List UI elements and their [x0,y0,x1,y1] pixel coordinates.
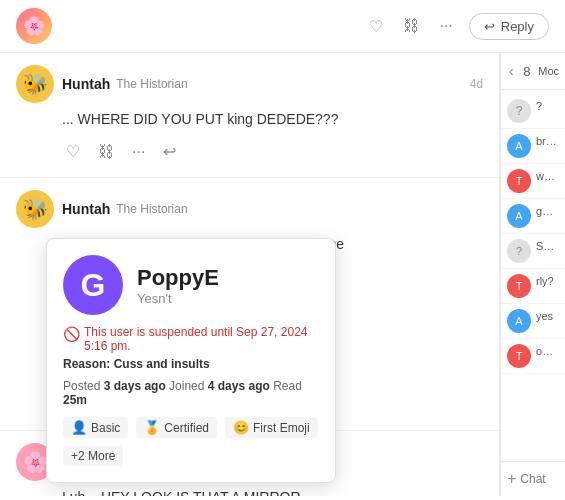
sidebar-count: 8 [523,64,530,79]
sidebar-text-2: what [536,169,559,184]
sidebar-msg-7: T oh ok [501,339,565,374]
sidebar-text-0: ? [536,99,542,114]
sidebar-text-1: bruh d [536,134,559,149]
sidebar-collapse-button[interactable]: ‹ [507,61,516,81]
sidebar-avatar-7: T [507,344,531,368]
sidebar-text-6: yes [536,309,553,324]
sidebar-msg-3: A gd = g [501,199,565,234]
user-title-huntah: The Historian [116,77,187,91]
post-content-1: ... WHERE DID YOU PUT king DEDEDE??? [62,109,483,130]
reply-btn-1[interactable]: ↩ [159,138,180,165]
sidebar-avatar-1: A [507,134,531,158]
suspended-notice: 🚫 This user is suspended until Sep 27, 2… [63,325,319,353]
reply-button[interactable]: ↩ Reply [469,13,549,40]
badge-first-emoji: 😊 First Emoji [225,417,318,438]
sidebar-msg-6: A yes [501,304,565,339]
emoji-icon: 😊 [233,420,249,435]
post-huntah-1: 🐝 Huntah The Historian 4d ... WHERE DID … [0,53,499,178]
top-bar-actions: ♡ ⛓ ··· ↩ Reply [365,13,549,40]
more-icon-btn[interactable]: ··· [435,13,456,39]
post-time-1: 4d [470,77,483,91]
avatar-huntah-2[interactable]: 🐝 [16,190,54,228]
link-icon: ⛓ [403,17,419,35]
basic-icon: 👤 [71,420,87,435]
popup-avatar: G [63,255,123,315]
sidebar-avatar-5: T [507,274,531,298]
main-area: 🐝 Huntah The Historian 4d ... WHERE DID … [0,53,565,496]
popup-name-section: PoppyE Yesn't [137,265,219,306]
heart-btn-1[interactable]: ♡ [62,138,84,165]
badges-row: 👤 Basic 🏅 Certified 😊 First Emoji +2 Mor… [63,417,319,466]
popup-username: PoppyE [137,265,219,291]
chat-label: Chat [520,472,545,486]
sidebar-msg-1: A bruh d [501,129,565,164]
reply-icon: ↩ [484,19,495,34]
user-info-huntah-2: Huntah The Historian [62,201,483,217]
user-popup-card: G PoppyE Yesn't 🚫 This user is suspended… [46,238,336,483]
sidebar-avatar-4: ? [507,239,531,263]
sidebar-text-3: gd = g [536,204,559,219]
sidebar-avatar-0: ? [507,99,531,123]
sidebar-header: ‹ 8 Moc [501,53,565,90]
chat-button[interactable]: + [507,470,516,488]
top-bar: 🌸 ♡ ⛓ ··· ↩ Reply [0,0,565,53]
link-icon-btn[interactable]: ⛓ [399,13,423,39]
sidebar-msg-5: T rly? [501,269,565,304]
username-huntah: Huntah [62,76,110,92]
badge-certified: 🏅 Certified [136,417,217,438]
heart-icon-btn[interactable]: ♡ [365,13,387,40]
sidebar-footer: + Chat [501,461,565,496]
sidebar-text-7: oh ok [536,344,559,359]
user-info-huntah: Huntah The Historian [62,76,462,92]
right-sidebar: ‹ 8 Moc ? ? A bruh d T what A gd = g ? [500,53,565,496]
certified-icon: 🏅 [144,420,160,435]
badge-basic: 👤 Basic [63,417,128,438]
user-title-huntah-2: The Historian [116,202,187,216]
posts-column: 🐝 Huntah The Historian 4d ... WHERE DID … [0,53,500,496]
post-header-2: 🐝 Huntah The Historian [16,190,483,228]
post-huntah-2: 🐝 Huntah The Historian still think @Popp… [0,178,499,431]
sidebar-avatar-3: A [507,204,531,228]
sidebar-msg-0: ? ? [501,94,565,129]
sidebar-msg-4: ? SUS a [501,234,565,269]
more-icon: ··· [439,17,452,35]
top-bar-left: 🌸 [16,8,52,44]
heart-icon: ♡ [369,17,383,36]
reason-text: Reason: Cuss and insults [63,357,319,371]
post-header: 🐝 Huntah The Historian 4d [16,65,483,103]
sidebar-messages: ? ? A bruh d T what A gd = g ? SUS a T r… [501,90,565,461]
link-btn-1[interactable]: ⛓ [94,139,118,165]
sidebar-label: Moc [538,65,559,77]
sidebar-text-5: rly? [536,274,554,289]
sidebar-text-4: SUS a [536,239,559,254]
ban-icon: 🚫 [63,326,80,342]
more-btn-1[interactable]: ··· [128,139,149,165]
popup-subtitle: Yesn't [137,291,219,306]
post-content-kirbo: I uh... HEY LOOK IS THAT A MIRROR [62,487,483,496]
avatar-huntah[interactable]: 🐝 [16,65,54,103]
logo-avatar: 🌸 [16,8,52,44]
meta-row: Posted 3 days ago Joined 4 days ago Read… [63,379,319,407]
post-actions-1: ♡ ⛓ ··· ↩ [62,138,483,165]
sidebar-avatar-2: T [507,169,531,193]
more-badges-button[interactable]: +2 More [63,446,123,466]
popup-header: G PoppyE Yesn't [63,255,319,315]
sidebar-msg-2: T what [501,164,565,199]
sidebar-avatar-6: A [507,309,531,333]
username-huntah-2: Huntah [62,201,110,217]
